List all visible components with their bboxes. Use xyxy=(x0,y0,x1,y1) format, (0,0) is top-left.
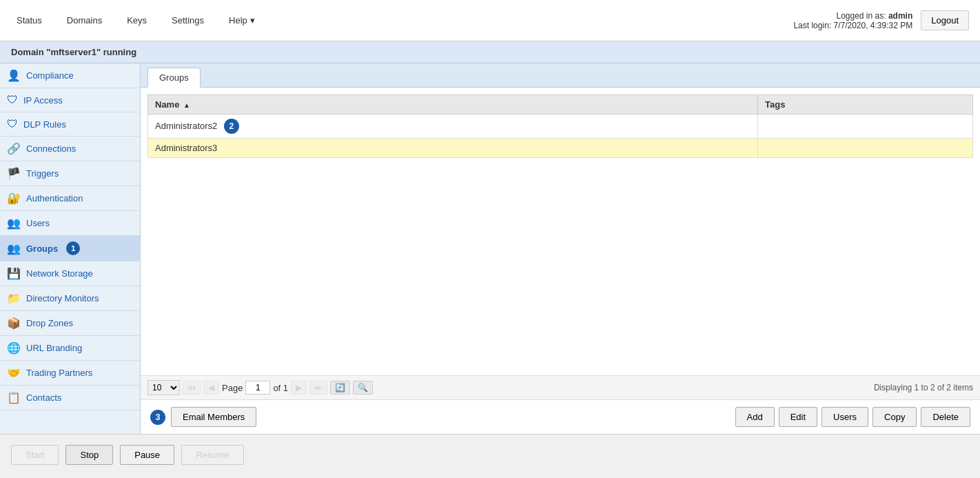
stop-button[interactable]: Stop xyxy=(65,445,113,465)
pause-button[interactable]: Pause xyxy=(120,445,174,465)
triggers-icon: 🏴 xyxy=(7,167,21,180)
col-header-tags[interactable]: Tags xyxy=(758,95,973,114)
authentication-icon: 🔐 xyxy=(7,192,21,205)
groups-table-container: Name ▲ Tags Administrators2 2 xyxy=(141,88,980,375)
user-info: Logged in as: admin Last login: 7/7/2020… xyxy=(793,11,912,30)
resume-button[interactable]: Resume xyxy=(181,445,243,465)
email-members-badge: 3 xyxy=(150,410,165,425)
groups-table: Name ▲ Tags Administrators2 2 xyxy=(147,94,973,158)
sidebar-label-contacts: Contacts xyxy=(26,392,61,403)
sidebar-label-users: Users xyxy=(26,218,50,228)
users-button[interactable]: Users xyxy=(821,407,868,427)
directory-monitors-icon: 📁 xyxy=(7,292,21,305)
nav-help[interactable]: Help ▾ xyxy=(223,12,261,28)
tab-groups[interactable]: Groups xyxy=(147,68,201,88)
edit-button[interactable]: Edit xyxy=(779,407,817,427)
refresh-button[interactable]: 🔄 xyxy=(330,381,350,395)
sidebar-label-triggers: Triggers xyxy=(26,168,59,179)
table-row[interactable]: Administrators3 xyxy=(148,139,973,158)
copy-button[interactable]: Copy xyxy=(872,407,917,427)
bottom-bar: Start Stop Pause Resume xyxy=(0,434,980,475)
row-name-administrators3: Administrators3 xyxy=(148,139,758,158)
pagination-bar: 10 25 50 100 ⏮ ◀ Page of 1 ▶ ⏭ 🔄 🔍 Displ… xyxy=(141,375,980,399)
sidebar-item-directory-monitors[interactable]: 📁 Directory Monitors xyxy=(0,286,140,311)
chevron-down-icon: ▾ xyxy=(250,15,255,26)
logged-in-label: Logged in as: xyxy=(836,11,886,21)
zoom-button[interactable]: 🔍 xyxy=(353,381,373,395)
users-icon: 👥 xyxy=(7,217,21,230)
action-bar: 3 Email Members Add Edit Users Copy Dele… xyxy=(141,399,980,434)
url-branding-icon: 🌐 xyxy=(7,341,21,355)
ip-access-icon: 🛡 xyxy=(7,94,18,106)
sidebar-item-ip-access[interactable]: 🛡 IP Access xyxy=(0,88,140,112)
nav-domains[interactable]: Domains xyxy=(61,12,108,28)
contacts-icon: 📋 xyxy=(7,391,21,404)
sidebar-item-users[interactable]: 👥 Users xyxy=(0,211,140,236)
next-page-button[interactable]: ▶ xyxy=(291,381,307,395)
sidebar-item-network-storage[interactable]: 💾 Network Storage xyxy=(0,261,140,286)
sidebar-label-dlp-rules: DLP Rules xyxy=(23,119,66,130)
row-badge-2: 2 xyxy=(224,119,239,134)
sidebar-label-connections: Connections xyxy=(26,143,76,154)
connections-icon: 🔗 xyxy=(7,142,21,155)
sidebar-item-compliance[interactable]: 👤 Compliance xyxy=(0,63,140,88)
last-page-button[interactable]: ⏭ xyxy=(309,381,327,395)
table-row[interactable]: Administrators2 2 xyxy=(148,114,973,139)
last-login-label: Last login: xyxy=(793,21,831,30)
top-navigation: Status Domains Keys Settings Help ▾ Logg… xyxy=(0,0,980,41)
sidebar-item-drop-zones[interactable]: 📦 Drop Zones xyxy=(0,311,140,336)
groups-icon: 👥 xyxy=(7,242,21,255)
delete-button[interactable]: Delete xyxy=(921,407,970,427)
sidebar-label-compliance: Compliance xyxy=(26,70,74,81)
sidebar-label-trading-partners: Trading Partners xyxy=(26,368,92,378)
domain-status-text: Domain "mftserver1" running xyxy=(11,47,136,57)
display-info: Displaying 1 to 2 of 2 items xyxy=(874,383,973,392)
sidebar-item-connections[interactable]: 🔗 Connections xyxy=(0,137,140,161)
sidebar-label-authentication: Authentication xyxy=(26,193,83,203)
sidebar: 👤 Compliance 🛡 IP Access 🛡 DLP Rules 🔗 C… xyxy=(0,63,141,434)
tab-bar: Groups xyxy=(141,63,980,88)
action-bar-left: 3 Email Members xyxy=(150,407,256,427)
user-section: Logged in as: admin Last login: 7/7/2020… xyxy=(793,10,969,30)
main-layout: 👤 Compliance 🛡 IP Access 🛡 DLP Rules 🔗 C… xyxy=(0,63,980,434)
sidebar-label-groups: Groups xyxy=(26,243,58,254)
sidebar-item-contacts[interactable]: 📋 Contacts xyxy=(0,386,140,410)
sidebar-item-groups[interactable]: 👥 Groups 1 xyxy=(0,236,140,261)
domain-bar: Domain "mftserver1" running xyxy=(0,41,980,63)
logout-button[interactable]: Logout xyxy=(921,10,969,30)
sidebar-item-trading-partners[interactable]: 🤝 Trading Partners xyxy=(0,361,140,386)
per-page-select[interactable]: 10 25 50 100 xyxy=(147,380,180,395)
main-content: Groups Name ▲ Tags xyxy=(141,63,980,434)
sidebar-item-dlp-rules[interactable]: 🛡 DLP Rules xyxy=(0,112,140,137)
last-login-value: 7/7/2020, 4:39:32 PM xyxy=(833,21,912,30)
nav-settings[interactable]: Settings xyxy=(166,12,210,28)
nav-status[interactable]: Status xyxy=(11,12,48,28)
first-page-button[interactable]: ⏮ xyxy=(183,381,201,395)
compliance-icon: 👤 xyxy=(7,69,21,82)
page-label: Page xyxy=(222,383,243,393)
row-tags-administrators3 xyxy=(758,139,973,158)
prev-page-button[interactable]: ◀ xyxy=(203,381,219,395)
row-name-administrators2: Administrators2 2 xyxy=(148,114,758,139)
page-input[interactable] xyxy=(245,381,270,395)
network-storage-icon: 💾 xyxy=(7,267,21,280)
email-members-button[interactable]: Email Members xyxy=(171,407,256,427)
sidebar-item-triggers[interactable]: 🏴 Triggers xyxy=(0,161,140,186)
sidebar-item-authentication[interactable]: 🔐 Authentication xyxy=(0,186,140,211)
start-button[interactable]: Start xyxy=(11,445,59,465)
add-button[interactable]: Add xyxy=(735,407,775,427)
drop-zones-icon: 📦 xyxy=(7,317,21,330)
sidebar-item-url-branding[interactable]: 🌐 URL Branding xyxy=(0,336,140,361)
nav-menu: Status Domains Keys Settings Help ▾ xyxy=(11,12,261,28)
sort-arrow-icon: ▲ xyxy=(183,101,190,109)
dlp-rules-icon: 🛡 xyxy=(7,118,18,130)
action-bar-right: Add Edit Users Copy Delete xyxy=(735,407,970,427)
sidebar-label-ip-access: IP Access xyxy=(23,95,63,106)
pagination-controls: 10 25 50 100 ⏮ ◀ Page of 1 ▶ ⏭ 🔄 🔍 xyxy=(147,380,373,395)
sidebar-label-drop-zones: Drop Zones xyxy=(26,318,73,328)
nav-keys[interactable]: Keys xyxy=(121,12,152,28)
username: admin xyxy=(888,11,912,21)
row-tags-administrators2 xyxy=(758,114,973,139)
trading-partners-icon: 🤝 xyxy=(7,366,21,379)
col-header-name[interactable]: Name ▲ xyxy=(148,95,758,114)
